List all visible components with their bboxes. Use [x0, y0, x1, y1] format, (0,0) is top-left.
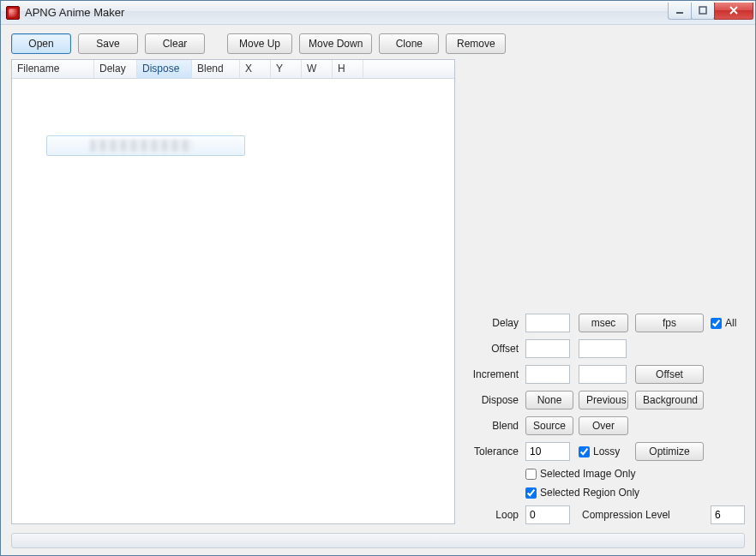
- clear-button[interactable]: Clear: [145, 33, 205, 54]
- blend-label: Blend: [465, 420, 519, 432]
- offset-x-input[interactable]: [525, 339, 570, 358]
- open-button[interactable]: Open: [11, 33, 71, 54]
- app-window: APNG Anime Maker Open Save Clear Move Up…: [0, 0, 756, 556]
- all-checkbox-wrap[interactable]: All: [711, 317, 745, 329]
- selected-image-only-label: Selected Image Only: [540, 468, 635, 480]
- dispose-previous-button[interactable]: Previous: [579, 391, 628, 410]
- app-icon: [6, 6, 20, 20]
- selected-region-only-checkbox[interactable]: [525, 487, 537, 499]
- optimize-button[interactable]: Optimize: [635, 442, 704, 461]
- blend-source-button[interactable]: Source: [525, 416, 573, 435]
- status-bar: [11, 533, 745, 548]
- dispose-background-button[interactable]: Background: [635, 391, 704, 410]
- column-header-y[interactable]: Y: [271, 60, 302, 78]
- tolerance-input[interactable]: [525, 442, 570, 461]
- selected-region-only-wrap[interactable]: Selected Region Only: [525, 487, 745, 499]
- offset-y-input[interactable]: [579, 339, 627, 358]
- svg-rect-0: [676, 12, 683, 14]
- client-area: Open Save Clear Move Up Move Down Clone …: [1, 25, 755, 555]
- all-checkbox[interactable]: [711, 318, 722, 329]
- toolbar: Open Save Clear Move Up Move Down Clone …: [11, 33, 745, 54]
- all-label: All: [725, 317, 736, 329]
- compression-input[interactable]: [711, 505, 745, 524]
- selected-image-only-wrap[interactable]: Selected Image Only: [525, 468, 745, 480]
- blurred-content: [90, 140, 193, 152]
- clone-button[interactable]: Clone: [379, 33, 439, 54]
- close-icon: [729, 6, 739, 15]
- svg-rect-1: [699, 7, 706, 14]
- dispose-label: Dispose: [465, 394, 519, 406]
- fps-button[interactable]: fps: [635, 314, 704, 332]
- lossy-checkbox[interactable]: [579, 446, 590, 457]
- loop-label: Loop: [465, 509, 519, 521]
- lossy-checkbox-wrap[interactable]: Lossy: [579, 445, 628, 457]
- delay-label: Delay: [465, 317, 519, 329]
- compression-label: Compression Level: [579, 509, 704, 521]
- save-button[interactable]: Save: [78, 33, 138, 54]
- offset-button[interactable]: Offset: [635, 365, 704, 384]
- move-up-button[interactable]: Move Up: [227, 33, 292, 54]
- column-header-x[interactable]: X: [240, 60, 271, 78]
- loop-input[interactable]: [525, 505, 570, 524]
- selected-image-only-checkbox[interactable]: [525, 469, 537, 480]
- minimize-icon: [675, 6, 685, 15]
- msec-button[interactable]: msec: [579, 314, 628, 332]
- minimize-button[interactable]: [668, 3, 692, 20]
- column-header-h[interactable]: H: [333, 60, 363, 78]
- frames-table[interactable]: FilenameDelayDisposeBlendXYWH: [11, 59, 455, 524]
- titlebar[interactable]: APNG Anime Maker: [1, 1, 755, 25]
- table-row[interactable]: [46, 135, 245, 156]
- increment-label: Increment: [465, 368, 519, 380]
- lossy-label: Lossy: [593, 445, 620, 457]
- delay-input[interactable]: [525, 314, 570, 332]
- tolerance-label: Tolerance: [465, 445, 519, 457]
- selected-region-only-label: Selected Region Only: [540, 487, 639, 499]
- dispose-none-button[interactable]: None: [525, 391, 573, 410]
- column-header-w[interactable]: W: [302, 60, 333, 78]
- blend-over-button[interactable]: Over: [579, 416, 628, 435]
- column-header-filename[interactable]: Filename: [12, 60, 94, 78]
- close-button[interactable]: [714, 3, 753, 20]
- remove-button[interactable]: Remove: [446, 33, 506, 54]
- column-header-filler: [363, 60, 454, 78]
- window-title: APNG Anime Maker: [25, 6, 124, 19]
- column-header-delay[interactable]: Delay: [94, 60, 137, 78]
- maximize-icon: [698, 6, 708, 15]
- table-body[interactable]: [12, 79, 454, 523]
- increment-x-input[interactable]: [525, 365, 570, 384]
- column-header-blend[interactable]: Blend: [192, 60, 240, 78]
- increment-y-input[interactable]: [579, 365, 627, 384]
- side-panel: Delay msec fps All Offset Increment: [465, 59, 745, 524]
- move-down-button[interactable]: Move Down: [299, 33, 372, 54]
- offset-label: Offset: [465, 343, 519, 355]
- column-header-dispose[interactable]: Dispose: [137, 60, 192, 78]
- maximize-button[interactable]: [691, 3, 715, 20]
